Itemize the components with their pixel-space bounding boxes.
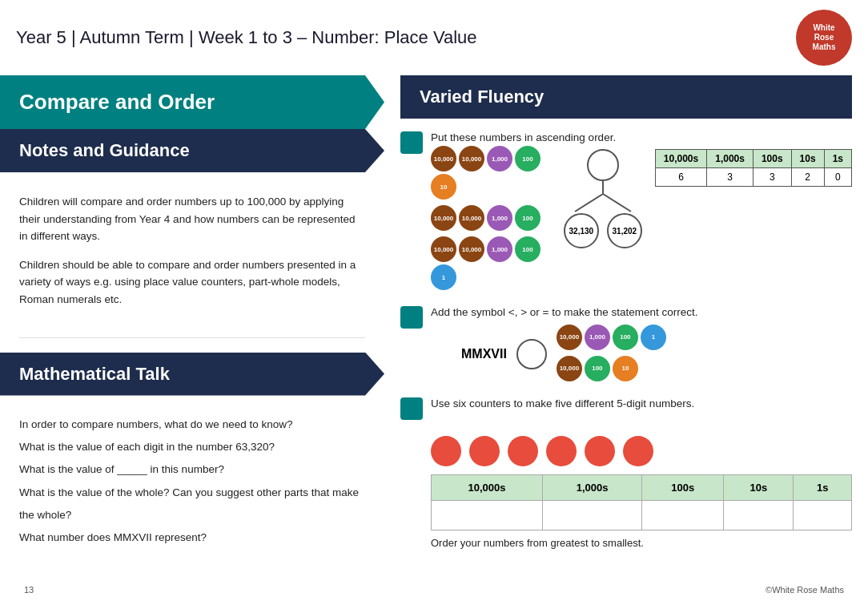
varied-fluency-header: Varied Fluency bbox=[400, 75, 852, 119]
notes-guidance-title: Notes and Guidance bbox=[19, 140, 190, 160]
a3-header-100s: 100s bbox=[642, 474, 724, 500]
talk-q2: What is the value of each digit in the n… bbox=[19, 436, 365, 458]
main-content: Compare and Order Notes and Guidance Chi… bbox=[0, 75, 868, 601]
red-counters bbox=[431, 436, 852, 466]
a3-row-1-1s bbox=[794, 500, 852, 530]
pv-val-10000s: 6 bbox=[655, 168, 706, 187]
activity-1-text: Put these numbers in ascending order. bbox=[431, 130, 852, 146]
svg-line-1 bbox=[603, 194, 631, 212]
counter-100: 100 bbox=[515, 146, 540, 171]
compare-order-title: Compare and Order bbox=[19, 90, 215, 114]
notes-guidance-header: Notes and Guidance bbox=[0, 129, 384, 172]
activity-3-table: 10,000s 1,000s 100s 10s 1s bbox=[431, 474, 852, 530]
pv-header-10000s: 10,000s bbox=[655, 150, 706, 168]
c-10000: 10,000 bbox=[557, 325, 582, 350]
footer: 13 ©White Rose Maths bbox=[0, 585, 868, 595]
counter-100: 100 bbox=[515, 236, 540, 262]
counter-10000: 10,000 bbox=[459, 146, 484, 171]
mmxvii-counters: 10,000 1,000 100 1 10,000 100 10 bbox=[557, 325, 666, 385]
counter-10000: 10,000 bbox=[431, 205, 456, 231]
logo-line1: White bbox=[813, 23, 834, 33]
counter-1000: 1,000 bbox=[487, 205, 512, 231]
a3-row-1-100s bbox=[642, 500, 724, 530]
red-counter-4 bbox=[546, 436, 577, 466]
pv-header-1s: 1s bbox=[824, 150, 851, 168]
c-1000: 1,000 bbox=[585, 325, 610, 350]
red-counter-2 bbox=[469, 436, 500, 466]
pv-header-1000s: 1,000s bbox=[707, 150, 753, 168]
page-number: 13 bbox=[24, 585, 34, 595]
notes-paragraph-2: Children should be able to compare and o… bbox=[19, 256, 365, 309]
counter-grid: 10,000 10,000 1,000 100 10 10,000 10,000… bbox=[431, 146, 551, 293]
a3-header-10000s: 10,000s bbox=[432, 474, 543, 500]
c-10: 10 bbox=[613, 356, 638, 381]
pw-left-value: 32,130 bbox=[564, 213, 599, 248]
pv-table-wrapper: 10,000s 1,000s 100s 10s 1s 6 bbox=[655, 149, 852, 187]
pv-val-10s: 2 bbox=[791, 168, 824, 187]
mmxvii-row: MMXVII 10,000 1,000 100 1 10,000 100 bbox=[461, 325, 852, 385]
varied-fluency-title: Varied Fluency bbox=[420, 87, 544, 107]
red-counter-1 bbox=[431, 436, 461, 466]
a3-header-1000s: 1,000s bbox=[542, 474, 641, 500]
pv-header-100s: 100s bbox=[753, 150, 791, 168]
mmxvii-label: MMXVII bbox=[461, 347, 507, 361]
pw-spacer bbox=[603, 194, 605, 213]
pv-table: 10,000s 1,000s 100s 10s 1s 6 bbox=[655, 149, 852, 187]
wrm-logo: White Rose Maths bbox=[796, 10, 852, 66]
activity-3-icon bbox=[400, 397, 423, 420]
counter-10000: 10,000 bbox=[459, 205, 484, 231]
page-title: Year 5 | Autumn Term | Week 1 to 3 – Num… bbox=[16, 27, 477, 48]
mathematical-talk-title: Mathematical Talk bbox=[19, 364, 170, 384]
header: Year 5 | Autumn Term | Week 1 to 3 – Num… bbox=[0, 0, 868, 75]
activity-1: Put these numbers in ascending order. 10… bbox=[400, 130, 852, 293]
activity-1-body: Put these numbers in ascending order. 10… bbox=[431, 130, 852, 293]
notes-paragraph-1: Children will compare and order numbers … bbox=[19, 193, 365, 245]
a3-header-10s: 10s bbox=[724, 474, 794, 500]
counter-1000: 1,000 bbox=[487, 236, 512, 262]
a3-row-1-10000s bbox=[432, 500, 543, 530]
mmxvii-counter-row-1: 10,000 1,000 100 1 bbox=[557, 325, 666, 350]
left-panel: Compare and Order Notes and Guidance Chi… bbox=[0, 75, 384, 601]
activity-2: Add the symbol <, > or = to make the sta… bbox=[400, 305, 852, 384]
mathematical-talk-section: Mathematical Talk In order to compare nu… bbox=[0, 353, 384, 558]
activity-3-body: Use six counters to make five different … bbox=[431, 396, 852, 412]
pw-vertical-line bbox=[602, 181, 604, 194]
pw-top-circle bbox=[587, 149, 619, 181]
counter-1000: 1,000 bbox=[487, 146, 512, 171]
counter-row-2: 10,000 10,000 1,000 100 bbox=[431, 205, 551, 231]
copyright: ©White Rose Maths bbox=[766, 585, 844, 595]
red-counter-3 bbox=[508, 436, 538, 466]
right-panel: Varied Fluency Put these numbers in asce… bbox=[384, 75, 868, 601]
talk-q1: In order to compare numbers, what do we … bbox=[19, 413, 365, 436]
activity-2-body: Add the symbol <, > or = to make the sta… bbox=[431, 305, 852, 384]
a3-row-1-10s bbox=[724, 500, 794, 530]
talk-q3: What is the value of _____ in this numbe… bbox=[19, 458, 365, 481]
counter-100: 100 bbox=[515, 205, 540, 231]
counter-10000: 10,000 bbox=[459, 236, 484, 262]
talk-q5: What number does MMXVII represent? bbox=[19, 526, 365, 549]
activity-2-icon bbox=[400, 306, 423, 329]
logo-line2: Rose bbox=[814, 33, 834, 42]
logo-line3: Maths bbox=[813, 42, 836, 52]
mathematical-talk-content: In order to compare numbers, what do we … bbox=[0, 405, 384, 558]
pw-bottom: 32,130 31,202 bbox=[564, 213, 642, 248]
pw-branch bbox=[567, 194, 639, 213]
counter-row-1: 10,000 10,000 1,000 100 10 bbox=[431, 146, 551, 200]
compare-order-header: Compare and Order bbox=[0, 75, 384, 129]
mmxvii-circle bbox=[516, 339, 547, 369]
mathematical-talk-header: Mathematical Talk bbox=[0, 353, 384, 396]
divider bbox=[19, 337, 365, 338]
pv-val-1000s: 3 bbox=[707, 168, 753, 187]
counter-10000: 10,000 bbox=[431, 236, 456, 262]
svg-line-0 bbox=[575, 194, 603, 212]
notes-guidance-content: Children will compare and order numbers … bbox=[0, 182, 384, 331]
c-10000: 10,000 bbox=[557, 356, 582, 381]
a3-header-1s: 1s bbox=[794, 474, 852, 500]
counter-row-3: 10,000 10,000 1,000 100 1 bbox=[431, 236, 551, 290]
mmxvii-counter-row-2: 10,000 100 10 bbox=[557, 356, 666, 381]
red-counter-5 bbox=[585, 436, 615, 466]
pv-val-1s: 0 bbox=[824, 168, 851, 187]
pv-val-100s: 3 bbox=[753, 168, 791, 187]
c-1: 1 bbox=[641, 325, 666, 350]
c-100: 100 bbox=[585, 356, 610, 381]
